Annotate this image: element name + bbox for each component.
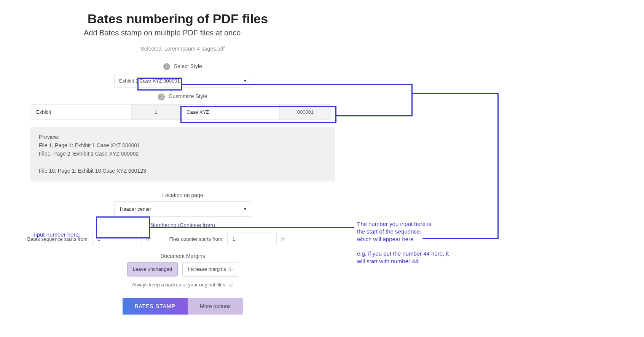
step-2-header: 2 Customize Style	[30, 93, 335, 100]
case-input[interactable]: Case XYZ	[181, 104, 280, 120]
selected-file-name: Lorem Ipsum 4 pages.pdf	[164, 46, 225, 52]
backup-note: Always keep a backup of your original fi…	[30, 282, 335, 288]
reset-files-icon[interactable]: ⟳	[281, 236, 285, 242]
annotation-explain-3: which will appear here	[357, 235, 413, 243]
selected-file-line: Selected: Lorem Ipsum 4 pages.pdf	[30, 46, 335, 52]
file-number-field: 1	[131, 104, 181, 120]
step-1-header: 1 Select Style	[30, 63, 335, 70]
annotation-line	[182, 84, 413, 85]
annotation-eg-1: e.g. if you put the number 44 here, it	[357, 250, 449, 258]
selected-prefix: Selected:	[140, 46, 164, 52]
preview-ellipsis: …	[39, 158, 327, 167]
bates-seq-input[interactable]: 1	[92, 232, 142, 246]
style-select-value: Exhibit 1 Case XYZ 000001	[119, 78, 180, 84]
step-1-num: 1	[163, 63, 170, 70]
help-icon[interactable]: ⓘ	[229, 282, 233, 288]
margins-row: Leave unchanged Increase margins ⓘ	[30, 262, 335, 277]
annotation-line	[497, 93, 499, 239]
leave-unchanged-button[interactable]: Leave unchanged	[127, 262, 178, 277]
preview-line-1: File 1, Page 1: Exhibit 1 Case XYZ 00000…	[39, 141, 327, 149]
files-counter-label: Files counter starts from:	[169, 236, 223, 242]
annotation-line	[336, 115, 413, 116]
reset-bates-icon[interactable]: ⟳	[146, 236, 150, 242]
files-counter-input[interactable]: 1	[227, 232, 277, 246]
annotation-explain-2: the start of the sequence,	[357, 227, 421, 235]
more-options-button[interactable]: More options	[188, 298, 243, 315]
help-icon[interactable]: ⓘ	[228, 267, 233, 272]
step-2-num: 2	[158, 94, 165, 100]
increase-margins-button[interactable]: Increase margins ⓘ	[182, 262, 238, 277]
location-label: Location on page	[30, 192, 335, 198]
bates-stamp-button[interactable]: BATES STAMP	[123, 298, 188, 315]
style-select[interactable]: Exhibit 1 Case XYZ 000001	[114, 74, 251, 88]
annotation-line	[422, 238, 499, 239]
annotation-line	[411, 84, 413, 116]
backup-text: Always keep a backup of your original fi…	[132, 282, 227, 288]
step-1-label: Select Style	[174, 63, 202, 69]
annotation-line	[150, 227, 354, 228]
location-select[interactable]: Header center	[114, 201, 251, 217]
preview-line-2: File1, Page 2: Exhibit 1 Case XYZ 000002	[39, 149, 327, 158]
page-subtitle: Add Bates stamp on multiple PDF files at…	[84, 29, 335, 37]
annotation-eg-2: will start with number 44	[357, 257, 418, 265]
annotation-input-label: input number here:	[32, 230, 80, 238]
customize-row: Exhibit 1 Case XYZ 000001	[30, 104, 335, 120]
location-value: Header center	[120, 206, 151, 212]
step-2-label: Customize Style	[169, 93, 207, 99]
increase-margins-label: Increase margins	[188, 266, 226, 272]
annotation-line	[413, 93, 499, 94]
margins-label: Document Margins	[30, 253, 335, 259]
annotation-explain-1: The number you input here is	[357, 220, 431, 228]
preview-box: Preview: File 1, Page 1: Exhibit 1 Case …	[30, 127, 335, 181]
action-row: BATES STAMP More options	[30, 298, 335, 315]
prefix-input[interactable]: Exhibit	[30, 104, 131, 120]
preview-line-3: File 10, Page 1: Exhibit 10 Case XYZ 000…	[39, 167, 327, 175]
preview-label: Preview:	[39, 133, 327, 141]
page-title: Bates numbering of PDF files	[88, 11, 335, 26]
sequence-field: 000001	[280, 104, 331, 120]
